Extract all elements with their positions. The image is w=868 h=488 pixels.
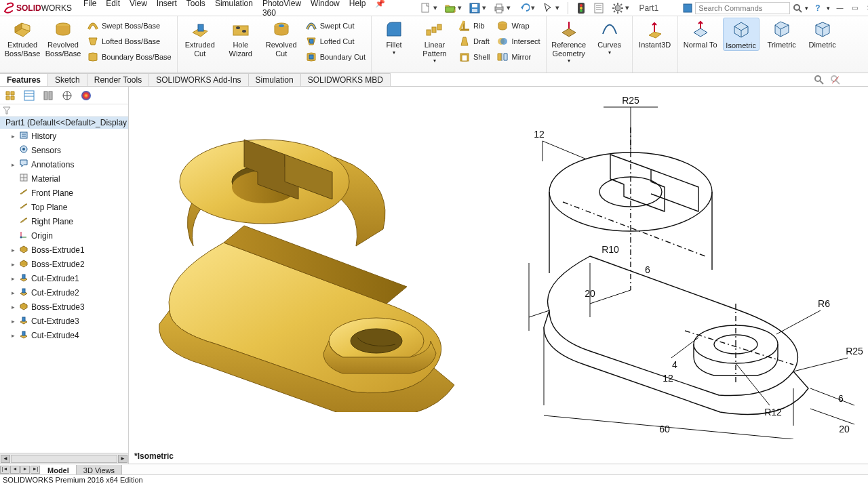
minimize-button[interactable]: —	[834, 3, 845, 13]
graphics-viewport[interactable]: R25 12 R10 6 20 R6 R25 R12 4 12 60 6 20 …	[129, 87, 868, 464]
new-button[interactable]: ▾	[418, 1, 439, 15]
tab-nav-first-icon[interactable]: |◄	[0, 466, 9, 474]
tab-features[interactable]: Features	[0, 73, 48, 86]
help-icon[interactable]: ?	[815, 3, 820, 13]
linear-pattern-button[interactable]: Linear Pattern▾	[416, 18, 453, 64]
tab-simulation[interactable]: Simulation	[249, 73, 301, 86]
tree-expand-icon[interactable]: ▸	[9, 289, 16, 296]
tree-item[interactable]: Front Plane	[0, 186, 128, 200]
svg-rect-24	[684, 4, 692, 12]
tree-expand-icon[interactable]: ▸	[9, 332, 16, 339]
tree-item[interactable]: ▸Cut-Extrude2	[0, 285, 128, 300]
normal-to-button[interactable]: Normal To	[682, 18, 719, 49]
swept-boss-button[interactable]: Swept Boss/Base	[85, 19, 173, 33]
zoom-to-fit-icon[interactable]	[814, 75, 825, 85]
tab-mbd[interactable]: SOLIDWORKS MBD	[301, 73, 391, 86]
lofted-boss-button[interactable]: Lofted Boss/Base	[85, 35, 173, 48]
boundary-boss-button[interactable]: Boundary Boss/Base	[85, 50, 173, 64]
draft-button[interactable]: Draft	[457, 35, 491, 48]
tree-expand-icon[interactable]: ▸	[9, 275, 16, 282]
tree-item[interactable]: ▸Cut-Extrude4	[0, 328, 128, 342]
reference-geometry-button[interactable]: Reference Geometry▾	[551, 18, 587, 64]
tree-item[interactable]: ▸Boss-Extrude3	[0, 300, 128, 314]
fm-tab-property-icon[interactable]	[20, 88, 38, 103]
tree-item[interactable]: ▸Boss-Extrude2	[0, 257, 128, 271]
close-button[interactable]: ✕	[864, 3, 868, 13]
trimetric-button[interactable]: Trimetric	[764, 18, 800, 49]
dimetric-button[interactable]: Dimetric	[804, 18, 841, 49]
tab-addins[interactable]: SOLIDWORKS Add-Ins	[149, 73, 248, 86]
tree-item[interactable]: ▸Annotations	[0, 157, 128, 171]
svg-rect-36	[432, 27, 436, 33]
tree-expand-icon[interactable]: ▸	[9, 318, 16, 325]
search-icon[interactable]	[793, 3, 802, 13]
fm-tab-tree-icon[interactable]	[1, 88, 19, 103]
tab-model[interactable]: Model	[41, 465, 77, 474]
options-button[interactable]: ▾	[610, 1, 631, 15]
tree-expand-icon[interactable]: ▸	[9, 247, 16, 253]
search-category-icon[interactable]	[683, 3, 692, 13]
lofted-cut-icon	[305, 35, 317, 47]
shell-icon	[458, 51, 471, 63]
feature-manager-hscrollbar[interactable]: ◄►	[0, 453, 128, 464]
select-button[interactable]: ▾	[540, 1, 561, 15]
tree-item[interactable]: ▸History	[0, 129, 128, 143]
dimetric-icon	[812, 19, 833, 39]
tree-expand-icon[interactable]: ▸	[9, 304, 16, 310]
open-folder-icon	[444, 2, 456, 14]
intersect-button[interactable]: Intersect	[495, 35, 541, 48]
feature-manager-filter[interactable]	[0, 104, 128, 117]
hole-wizard-button[interactable]: Hole Wizard	[222, 18, 259, 58]
feature-tree-root[interactable]: Part1 (Default<<Default>_Display State 1…	[0, 117, 128, 129]
mirror-button[interactable]: Mirror	[495, 50, 541, 64]
tree-item[interactable]: ▸Boss-Extrude1	[0, 243, 128, 257]
restore-button[interactable]: ▭	[849, 3, 860, 13]
wrap-button[interactable]: Wrap	[495, 19, 541, 33]
rebuild-button[interactable]	[575, 1, 587, 15]
tree-expand-icon[interactable]: ▸	[9, 133, 16, 140]
tree-annot-icon	[19, 159, 28, 170]
shell-button[interactable]: Shell	[457, 50, 491, 64]
undo-button[interactable]: ▾	[516, 1, 536, 15]
fm-tab-config-icon[interactable]	[39, 88, 57, 103]
tab-nav-last-icon[interactable]: ►|	[31, 466, 40, 474]
boundary-cut-button[interactable]: Boundary Cut	[304, 50, 367, 64]
extruded-boss-button[interactable]: Extruded Boss/Base	[4, 18, 41, 58]
tree-item[interactable]: Material	[0, 171, 128, 186]
swept-cut-button[interactable]: Swept Cut	[304, 19, 367, 33]
svg-text:20: 20	[839, 424, 850, 434]
search-input[interactable]	[695, 2, 790, 14]
lofted-cut-button[interactable]: Lofted Cut	[304, 35, 367, 48]
tree-item[interactable]: Origin	[0, 228, 128, 243]
rib-button[interactable]: Rib	[457, 19, 491, 33]
isometric-button[interactable]: Isometric	[723, 18, 760, 51]
save-button[interactable]: ▾	[467, 1, 488, 15]
curves-button[interactable]: Curves▾	[591, 18, 628, 56]
tab-3d-views[interactable]: 3D Views	[77, 465, 122, 474]
extruded-cut-button[interactable]: Extruded Cut	[182, 18, 218, 58]
revolved-boss-button[interactable]: Revolved Boss/Base	[45, 18, 81, 58]
fm-tab-dimxpert-icon[interactable]	[58, 88, 76, 103]
tree-expand-icon[interactable]: ▸	[9, 261, 16, 268]
status-bar: SOLIDWORKS Premium 2016 x64 Edition	[0, 474, 868, 485]
fillet-button[interactable]: Fillet▾	[376, 18, 412, 56]
tab-nav-prev-icon[interactable]: ◄	[10, 466, 20, 474]
tree-expand-icon[interactable]: ▸	[9, 161, 16, 168]
tab-render-tools[interactable]: Render Tools	[87, 73, 150, 86]
print-button[interactable]: ▾	[492, 1, 512, 15]
tree-item[interactable]: ▸Cut-Extrude1	[0, 271, 128, 285]
instant3d-button[interactable]: Instant3D	[637, 18, 673, 49]
tab-nav-next-icon[interactable]: ►	[20, 466, 30, 474]
open-button[interactable]: ▾	[443, 1, 463, 15]
tree-item[interactable]: ▸Cut-Extrude3	[0, 314, 128, 328]
revolved-cut-button[interactable]: Revolved Cut	[263, 18, 300, 58]
tree-item[interactable]: Top Plane	[0, 200, 128, 214]
tab-sketch[interactable]: Sketch	[48, 73, 87, 86]
fm-tab-appearance-icon[interactable]	[77, 88, 95, 103]
tree-item[interactable]: Right Plane	[0, 214, 128, 228]
zoom-cancel-icon[interactable]	[830, 75, 841, 85]
gear-icon	[612, 2, 624, 14]
tree-item[interactable]: Sensors	[0, 143, 128, 157]
feature-manager-panel: Part1 (Default<<Default>_Display State 1…	[0, 87, 129, 464]
file-props-button[interactable]	[591, 1, 606, 15]
